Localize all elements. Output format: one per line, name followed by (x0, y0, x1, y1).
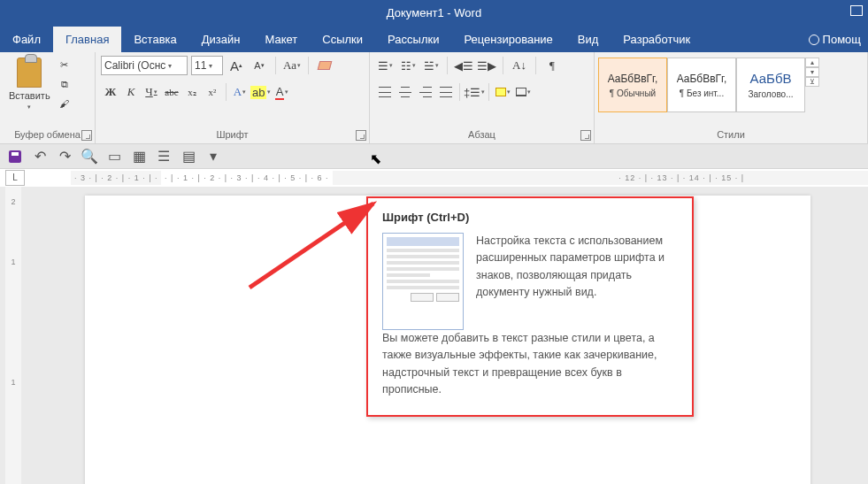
magnifier-icon: 🔍 (81, 148, 98, 165)
tab-layout[interactable]: Макет (252, 27, 310, 52)
align-right-button[interactable] (416, 82, 435, 102)
font-dialog-tooltip: Шрифт (Ctrl+D) Настройка текста с исполь… (366, 196, 694, 417)
spacing-icon: ‡☰ (464, 86, 480, 99)
tab-mailings[interactable]: Рассылки (375, 27, 451, 52)
tab-view[interactable]: Вид (565, 27, 611, 52)
bullets-icon: ☰ (378, 59, 388, 73)
italic-button[interactable]: К (121, 82, 141, 102)
qat-more-button[interactable]: ▾ (204, 147, 223, 166)
font-color-button[interactable]: A (272, 82, 291, 102)
qat-grid-button[interactable]: ▦ (129, 147, 149, 166)
copy-button[interactable]: ⧉ (56, 75, 73, 93)
maximize-icon[interactable] (850, 5, 863, 16)
numbering-icon: ☷ (401, 59, 411, 73)
styles-up-button[interactable]: ▴ (805, 58, 819, 67)
align-center-button[interactable] (396, 82, 415, 102)
group-styles: АаБбВвГг, ¶ Обычный АаБбВвГг, ¶ Без инт.… (595, 52, 868, 143)
tooltip-text-1: Настройка текста с использованием расшир… (476, 233, 678, 302)
align-left-button[interactable] (375, 82, 395, 102)
justify-button[interactable] (436, 82, 456, 102)
ruler-row: L · 3 · | · 2 · | · 1 · | · · | · 1 · | … (0, 169, 868, 187)
underline-button[interactable]: Ч (142, 82, 161, 102)
clipboard-icon (17, 58, 42, 88)
tell-me[interactable]: Помощ (809, 33, 868, 46)
line-spacing-button[interactable]: ‡☰ (464, 82, 485, 102)
page-icon: ▭ (108, 148, 121, 165)
horizontal-ruler[interactable]: · 3 · | · 2 · | · 1 · | · · | · 1 · | · … (71, 171, 868, 185)
tab-developer[interactable]: Разработчик (611, 27, 703, 52)
tab-insert[interactable]: Вставка (121, 27, 188, 52)
paste-button[interactable]: Вставить ▾ (5, 56, 54, 112)
change-case-button[interactable]: Aa (282, 56, 302, 75)
font-size-combo[interactable]: 11▾ (191, 56, 223, 75)
increase-indent-button[interactable]: ☰▶ (477, 56, 496, 75)
bullets-button[interactable]: ☰ (375, 56, 395, 75)
styles-down-button[interactable]: ▾ (805, 67, 819, 77)
clipboard-group-label: Буфер обмена (0, 126, 95, 143)
tooltip-preview-icon (382, 233, 464, 330)
paste-label: Вставить (9, 90, 50, 101)
text-effects-button[interactable]: A (230, 82, 250, 102)
show-marks-button[interactable]: ¶ (542, 56, 562, 75)
group-font: Calibri (Оснс▾ 11▾ A▴ A▾ Aa Ж К Ч abc x₂… (96, 52, 370, 143)
multilevel-icon: ☱ (424, 59, 434, 73)
multilevel-button[interactable]: ☱ (421, 56, 441, 75)
subscript-button[interactable]: x₂ (182, 82, 202, 102)
shading-button[interactable] (493, 82, 512, 102)
qat-page-button[interactable]: ▭ (104, 147, 124, 166)
tab-design[interactable]: Дизайн (189, 27, 253, 52)
style-heading1[interactable]: АаБбВ Заголово... (736, 58, 805, 112)
tab-file[interactable]: Файл (0, 27, 53, 52)
superscript-button[interactable]: x² (203, 82, 222, 102)
save-button[interactable] (5, 147, 25, 166)
font-name-combo[interactable]: Calibri (Оснс▾ (101, 56, 188, 75)
paragraph-launcher[interactable] (580, 130, 591, 141)
grow-font-button[interactable]: A▴ (227, 56, 246, 75)
styles-group-label: Стили (595, 126, 867, 143)
save-icon (9, 150, 21, 163)
window-title: Документ1 - Word (387, 6, 481, 19)
bucket-icon (495, 88, 506, 96)
numbering-button[interactable]: ☷ (398, 56, 418, 75)
clipboard-launcher[interactable] (81, 130, 92, 141)
undo-button[interactable]: ↶ (30, 147, 50, 166)
borders-button[interactable] (513, 82, 533, 102)
qat-zoom-button[interactable]: 🔍 (80, 147, 99, 166)
font-color-icon: A (275, 85, 285, 100)
tooltip-text-2: Вы можете добавить в текст разные стили … (382, 330, 678, 399)
strike-button[interactable]: abc (162, 82, 181, 102)
ribbon-tabs: Файл Главная Вставка Дизайн Макет Ссылки… (0, 27, 868, 52)
vertical-ruler[interactable]: 2 1 1 (5, 187, 21, 484)
highlight-button[interactable]: ab (250, 82, 271, 102)
group-paragraph: ☰ ☷ ☱ ◀☰ ☰▶ А↓ ¶ ‡☰ (370, 52, 595, 143)
chevron-down-icon: ▾ (210, 148, 217, 165)
eraser-icon (318, 61, 333, 70)
style-normal[interactable]: АаБбВвГг, ¶ Обычный (598, 58, 667, 112)
styles-more-button[interactable]: ⊻ (805, 77, 819, 87)
sort-button[interactable]: А↓ (510, 56, 529, 75)
tab-selector[interactable]: L (5, 170, 25, 186)
decrease-indent-button[interactable]: ◀☰ (454, 56, 473, 75)
bold-button[interactable]: Ж (101, 82, 120, 102)
align-right-icon (419, 87, 432, 97)
align-left-icon (379, 87, 391, 97)
qat-props-button[interactable]: ▤ (179, 147, 198, 166)
style-no-spacing[interactable]: АаБбВвГг, ¶ Без инт... (667, 58, 736, 112)
tab-home[interactable]: Главная (53, 27, 121, 52)
grid-icon: ▦ (133, 148, 146, 165)
title-bar: Документ1 - Word (0, 0, 868, 27)
clear-format-button[interactable] (315, 56, 334, 75)
cut-button[interactable]: ✂ (56, 56, 73, 73)
tab-references[interactable]: Ссылки (310, 27, 375, 52)
shrink-font-button[interactable]: A▾ (250, 56, 269, 75)
font-launcher[interactable] (356, 130, 366, 141)
qat-para-button[interactable]: ☰ (154, 147, 173, 166)
justify-icon (440, 87, 452, 97)
redo-button[interactable]: ↷ (55, 147, 74, 166)
format-painter-button[interactable]: 🖌 (56, 95, 73, 112)
align-center-icon (399, 87, 411, 97)
tab-review[interactable]: Рецензирование (451, 27, 565, 52)
scissors-icon: ✂ (60, 59, 68, 71)
border-icon (516, 88, 526, 96)
undo-icon: ↶ (35, 148, 46, 165)
